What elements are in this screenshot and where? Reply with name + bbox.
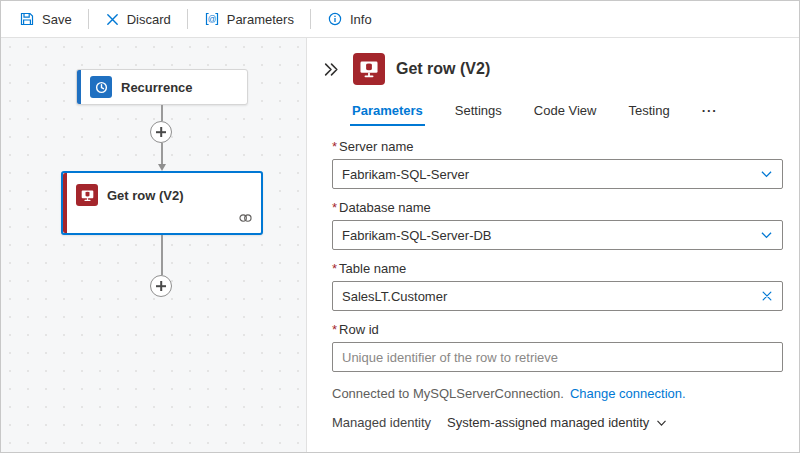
row-id-input[interactable] <box>333 343 782 371</box>
save-icon <box>19 11 35 27</box>
svg-text:@: @ <box>207 14 216 24</box>
server-name-label: *Server name <box>332 139 783 154</box>
panel-tabs: Parameters Settings Code View Testing ··… <box>342 97 799 126</box>
database-name-field: *Database name <box>332 200 783 250</box>
managed-identity-row: Managed identity System-assigned managed… <box>332 415 799 430</box>
panel-title: Get row (V2) <box>396 60 490 78</box>
required-marker: * <box>332 200 337 215</box>
chevron-down-icon <box>656 419 667 427</box>
toolbar-separator <box>88 9 89 29</box>
row-id-label: *Row id <box>332 322 783 337</box>
table-name-combobox[interactable] <box>332 281 783 311</box>
collapse-panel-icon[interactable] <box>320 58 342 80</box>
database-name-input[interactable] <box>333 221 782 249</box>
server-name-input[interactable] <box>333 160 782 188</box>
save-button[interactable]: Save <box>11 5 80 33</box>
info-label: Info <box>350 12 372 27</box>
tab-parameters[interactable]: Parameters <box>342 97 433 126</box>
workflow-canvas[interactable]: Recurrence Get row (V2) <box>1 38 307 452</box>
recurrence-card-label: Recurrence <box>121 80 193 95</box>
tab-testing[interactable]: Testing <box>618 97 679 126</box>
info-button[interactable]: Info <box>319 5 380 33</box>
chevron-down-icon[interactable] <box>760 169 773 179</box>
table-name-label: *Table name <box>332 261 783 276</box>
insert-step-button[interactable] <box>150 121 172 143</box>
table-name-input[interactable] <box>333 282 782 310</box>
tab-settings-label: Settings <box>455 103 502 118</box>
server-name-field: *Server name <box>332 139 783 189</box>
parameters-icon: @ <box>204 11 220 27</box>
table-name-field: *Table name <box>332 261 783 311</box>
connector-line <box>161 235 163 275</box>
tab-testing-label: Testing <box>628 103 669 118</box>
tab-code-view[interactable]: Code View <box>524 97 607 126</box>
tab-code-view-label: Code View <box>534 103 597 118</box>
tabs-overflow-button[interactable]: ··· <box>692 97 728 126</box>
tab-parameters-label: Parameters <box>352 103 423 118</box>
toolbar-separator <box>187 9 188 29</box>
connector-arrowhead <box>158 164 166 171</box>
managed-identity-dropdown[interactable]: System-assigned managed identity <box>447 415 667 430</box>
add-step-button[interactable] <box>150 275 172 297</box>
save-label: Save <box>42 12 72 27</box>
get-row-card-label: Get row (V2) <box>107 188 184 203</box>
required-marker: * <box>332 261 337 276</box>
operation-details-panel: Get row (V2) Parameters Settings Code Vi… <box>308 38 799 452</box>
clear-icon[interactable] <box>761 290 773 302</box>
panel-header: Get row (V2) <box>308 38 799 91</box>
get-row-accent-bar <box>63 173 67 233</box>
row-id-field: *Row id <box>332 322 783 372</box>
sql-connector-icon <box>76 184 98 206</box>
managed-identity-label: Managed identity <box>332 415 431 430</box>
info-icon <box>327 11 343 27</box>
recurrence-card[interactable]: Recurrence <box>76 69 248 105</box>
connection-status-text: Connected to MySQLServerConnection. <box>332 386 564 401</box>
database-name-label: *Database name <box>332 200 783 215</box>
managed-identity-value: System-assigned managed identity <box>447 415 649 430</box>
tabs-overflow-label: ··· <box>702 103 718 118</box>
get-row-card[interactable]: Get row (V2) <box>61 171 263 235</box>
discard-label: Discard <box>127 12 171 27</box>
parameters-button[interactable]: @ Parameters <box>196 5 302 33</box>
sql-connector-icon-large <box>353 53 385 85</box>
change-connection-link[interactable]: Change connection. <box>570 386 686 401</box>
tab-settings[interactable]: Settings <box>445 97 512 126</box>
server-name-combobox[interactable] <box>332 159 783 189</box>
toolbar-separator <box>310 9 311 29</box>
parameters-form: *Server name *Database name <box>308 126 799 372</box>
connection-reference-icon <box>238 210 253 228</box>
required-marker: * <box>332 139 337 154</box>
chevron-down-icon[interactable] <box>760 230 773 240</box>
database-name-combobox[interactable] <box>332 220 783 250</box>
required-marker: * <box>332 322 337 337</box>
connector-line <box>161 105 163 121</box>
discard-icon <box>105 12 120 27</box>
logic-app-designer: Save Discard @ Parameters Info <box>0 0 800 453</box>
discard-button[interactable]: Discard <box>97 6 179 33</box>
parameters-label: Parameters <box>227 12 294 27</box>
command-bar: Save Discard @ Parameters Info <box>1 1 799 38</box>
recurrence-clock-icon <box>90 76 112 98</box>
row-id-textbox[interactable] <box>332 342 783 372</box>
recurrence-accent-bar <box>77 70 81 104</box>
connector-line <box>161 143 163 164</box>
connection-info: Connected to MySQLServerConnection. Chan… <box>332 386 799 401</box>
